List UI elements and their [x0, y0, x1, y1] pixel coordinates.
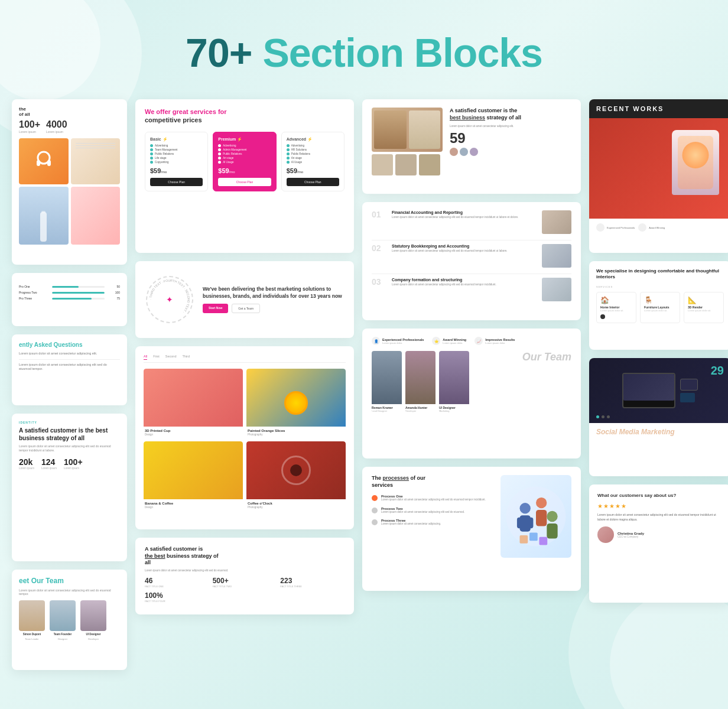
svg-rect-1: [37, 160, 40, 166]
stat-num-2: 4000: [46, 119, 67, 130]
gallery-item-orange: Painted Orange Slices Photography: [246, 369, 346, 438]
advanced-plan-button[interactable]: Choose Plan: [287, 178, 339, 186]
badge-award: Award Winning: [638, 223, 665, 232]
stats2-card: A satisfied customer isthe best business…: [135, 538, 354, 614]
team-bottom-card: eet Our Team Lorem ipsum dolor sit amet …: [12, 570, 127, 670]
headphones-image: [19, 138, 69, 184]
recent-works-badges: Experienced Professionals Award Winning: [589, 219, 728, 236]
recent-works-image: [589, 118, 728, 219]
faq-card: ently Asked Questions Lorem ipsum dolor …: [12, 334, 127, 405]
gallery-item-coffee: Coffee o'Clock Photography: [246, 441, 346, 510]
pricing-columns: Basic ⚡ Advertising Team Management Publ…: [145, 132, 344, 191]
column-1: the of all 100+ Lorem ipsum 4000 Lorem i…: [12, 99, 127, 670]
basic-plan-button[interactable]: Choose Plan: [150, 178, 203, 186]
member-photo-3: [80, 600, 106, 631]
badge-experienced: Experienced Professionals: [596, 223, 635, 232]
biz-stat-2: 124: [41, 457, 57, 467]
premium-plan-button[interactable]: Choose Plan: [218, 178, 271, 186]
stats-images-card: the of all 100+ Lorem ipsum 4000 Lorem i…: [12, 99, 127, 265]
svg-point-13: [547, 511, 557, 522]
gallery-tab-third[interactable]: Third: [182, 354, 190, 360]
progress-card: Pro One 50 Progress Two 100 Pro Three 75: [12, 273, 127, 326]
service-image-1: [542, 210, 571, 234]
interior-item-furniture: 🪑 Furniture Layouts Lorem ipsum dolor si…: [640, 292, 680, 323]
process-item-1: Process One Lorem ipsum dolor sit amet c…: [372, 495, 492, 502]
stats2-desc: Lorem ipsum dolor sit amet consectetur a…: [145, 569, 344, 572]
service-image-3: [542, 278, 571, 301]
main-grid: the of all 100+ Lorem ipsum 4000 Lorem i…: [0, 93, 728, 704]
gallery-card: All First Second Third 3D Printed Cup De…: [135, 346, 354, 529]
team-bottom-desc: Lorem ipsum dolor sit amet consectetur a…: [19, 588, 120, 596]
pricing-premium: Premium ⚡ Advertising Admin Management P…: [213, 132, 276, 191]
testimonials2-card: What our customers say about us? ★★★★★ L…: [589, 484, 728, 603]
interior-card: We specialise in designing comfortable a…: [589, 261, 728, 350]
faq-text: Lorem ipsum dolor sit amet consectetur a…: [19, 352, 120, 356]
process-illustration: [500, 475, 571, 558]
title-dark-part: 70+: [186, 30, 252, 75]
gallery-tab-all[interactable]: All: [144, 354, 147, 360]
social-image-area: 29: [589, 358, 728, 423]
testimonial-content: A satisfied customer is thebest business…: [450, 108, 571, 156]
interior-services-label: SERVICES: [596, 285, 724, 288]
team-member-roman: Roman Kramer Lead Designer: [372, 351, 402, 412]
get-team-button[interactable]: Get a Team: [232, 304, 260, 313]
service-desc-1: Lorem ipsum dolor sit amet consectetur a…: [392, 216, 536, 219]
team-member-3rd: UI Designer Marketing: [439, 351, 469, 412]
svg-rect-9: [517, 518, 521, 528]
team-bottom-avatars: Simon Dupont Team Leader Team Founder De…: [19, 600, 120, 640]
svg-rect-15: [520, 535, 528, 544]
coffee-image: [246, 441, 346, 499]
team-member-2: Team Founder Designer: [50, 600, 76, 640]
stats2-title: A satisfied customer isthe best business…: [145, 546, 344, 567]
rotating-headline: We've been delivering the best marketing…: [203, 286, 343, 300]
stats2-grid: 46 FACT TITLE ONE 500+ FACT TITLE TWO 22…: [145, 577, 344, 603]
business-card: IDENTITY A satisfied customer is the bes…: [12, 414, 127, 561]
experienced-badge-icon: [596, 223, 604, 232]
experienced-badge-text: Experienced Professionals: [607, 226, 635, 229]
testimonials2-title: What our customers say about us?: [597, 493, 723, 498]
team-member-amanda: Amanda Hunter Developer: [405, 351, 436, 412]
star-rating: ★★★★★: [597, 503, 723, 509]
service-title-3: Company formation and structuring: [392, 278, 536, 282]
reviewer-avatar: [597, 526, 614, 543]
testimonial-title: A satisfied customer is thebest business…: [450, 108, 571, 121]
experienced-icon: 👤: [372, 337, 380, 345]
pricing-card: We offer great services for competitive …: [135, 99, 354, 253]
process-title: The processes of ourservices: [372, 475, 492, 489]
gallery-tab-first[interactable]: First: [153, 354, 160, 360]
reviewer-role: CEO at Company: [618, 535, 644, 538]
team-bottom-title: eet Our Team: [19, 577, 120, 585]
team-icon-results: 📈 Impressive Results Lorem ipsum dolor.: [474, 337, 515, 345]
banana-title: Banana & Coffee: [144, 499, 243, 506]
banana-image: [144, 441, 243, 499]
service-desc-2: Lorem ipsum dolor sit amet consectetur a…: [392, 249, 536, 253]
process-dot-2: [372, 508, 378, 513]
orange-image: [246, 369, 346, 427]
pricing-advanced: Advanced ⚡ Advertising HR Solutions Publ…: [281, 132, 344, 191]
award-icon: ⭐: [432, 337, 440, 345]
cup-image: [144, 369, 243, 427]
recent-works-header: RECENT WORKS: [589, 99, 728, 118]
results-icon: 📈: [474, 337, 483, 345]
start-now-button[interactable]: Start Now: [203, 304, 228, 313]
testimonial-number: 59: [450, 131, 571, 145]
faq-text-2: Lorem ipsum dolor sit amet consectetur a…: [19, 363, 120, 372]
coffee-subtitle: Photography: [246, 506, 346, 510]
business-label: IDENTITY: [19, 421, 120, 424]
reviewer-name: Christina Grady: [618, 532, 644, 535]
service-item-2: 02 Statutory Bookkeeping and Accounting …: [372, 244, 571, 268]
stats-cell-2: 500+ FACT TITLE TWO: [213, 577, 277, 588]
team-icons: 👤 Experienced Professionals Lorem ipsum …: [372, 337, 515, 345]
coffee-title: Coffee o'Clock: [246, 499, 346, 506]
gallery-tab-second[interactable]: Second: [165, 354, 177, 360]
stats-title: the of all: [19, 106, 120, 117]
home-icon: 🏠: [600, 296, 632, 304]
testimonial-desc: Lorem ipsum dolor sit amet consectetur a…: [450, 125, 571, 128]
progress-label-3: Pro Three: [19, 297, 48, 300]
stats-cell-4: 100% FACT TITLE FOUR: [145, 591, 209, 603]
laptop-visual: [622, 373, 675, 408]
third-member-photo: [439, 351, 469, 404]
svg-rect-10: [529, 518, 533, 528]
title-light-part: Section Blocks: [262, 30, 542, 75]
service-image-2: [542, 244, 571, 268]
